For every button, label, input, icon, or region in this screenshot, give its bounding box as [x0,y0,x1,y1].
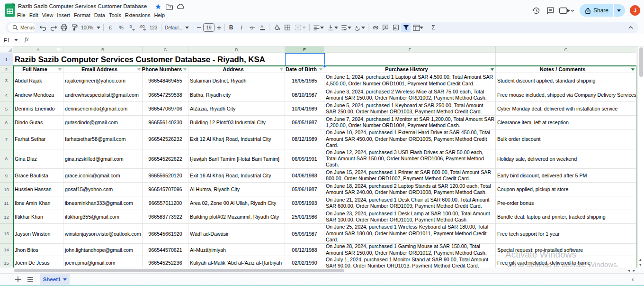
cell-B12[interactable]: iftikharg355@gmail.com [63,210,143,224]
row-header-5[interactable]: 5 [0,102,13,116]
row-header-10[interactable]: 10 [0,183,13,196]
title-cell-A1[interactable]: Razib Sazib Computer Services Customer D… [13,53,285,66]
cell-C14[interactable]: 966544570621 [143,244,188,256]
font-caret-icon[interactable] [182,22,192,33]
header-cell-date-of-birth[interactable]: Date of Birth [285,66,324,73]
cell-A12[interactable]: Iftikhar Khan [13,210,63,224]
cell-E4[interactable]: 08/10/1987 [285,88,324,102]
bold-icon[interactable]: B [227,22,235,33]
row-header-2[interactable]: 2 [0,66,13,73]
cell-G13[interactable]: Free tech support for 1 year [496,224,636,244]
cell-B13[interactable]: winstonjayson.visto@outlook.com [63,224,143,244]
cell-B11[interactable]: ibneaminkhan333@gmail.com [63,196,143,210]
cell-B5[interactable]: dennisenemido@gmail.com [63,102,143,116]
cell-C7[interactable]: 966542526232 [143,129,188,149]
menu-edit[interactable]: Edit [27,11,40,19]
insert-chart-icon[interactable] [391,22,401,33]
cell-E5[interactable]: 10/04/1989 [285,102,324,116]
cell-G8[interactable]: Holiday sale, delivered on weekend [496,149,636,169]
cell-D13[interactable]: Wādī ad-Dawāsir [188,224,285,244]
cell-G4[interactable]: Free mouse included, shipped via Company… [496,88,636,102]
add-sheet-icon[interactable] [13,274,23,285]
cell-F8[interactable]: On June 12, 2024, purchased 3 USB Flash … [324,149,496,169]
zoom-select[interactable]: 100% [79,22,95,33]
menu-insert[interactable]: Insert [55,11,72,19]
vertical-scrollbar[interactable]: ▴ ▾ [637,46,644,268]
video-call-icon[interactable] [558,3,576,18]
cell-E9[interactable]: 04/06/1988 [285,169,324,183]
header-cell-email-address[interactable]: Email Address [63,66,143,73]
all-sheets-icon[interactable] [26,274,35,285]
filter-button-icon[interactable] [137,67,141,72]
cell-B15[interactable]: joem.pma@gmail.com [63,256,143,268]
avatar[interactable]: J [630,5,640,16]
text-rotation-caret-icon[interactable] [358,22,368,33]
header-cell-purchase-history[interactable]: Purchase History [324,66,496,73]
cell-B9[interactable]: grace.iconic@gmail.com [63,169,143,183]
menu-data[interactable]: Data [92,11,107,19]
row-header-7[interactable]: 7 [0,129,13,149]
header-cell-notes-comments[interactable]: Notes / Comments [496,66,636,73]
horizontal-scrollbar[interactable]: ◂ ▸ [13,268,636,273]
sheet-tab[interactable]: Sheet1 [40,274,70,285]
cell-A5[interactable]: Dennnis Enemido [13,102,63,116]
filter-button-icon[interactable] [279,67,284,72]
cell-C5[interactable]: 966547069706 [143,102,188,116]
version-history-icon[interactable] [529,3,544,18]
filter-button-icon[interactable] [183,67,187,72]
cell-E15[interactable]: 02/02/1990 [285,256,324,268]
menus-pill[interactable]: Menus [8,23,36,32]
menu-format[interactable]: Format [72,11,92,19]
cell-G9[interactable]: Early bird discount, delivered after 5 P… [496,169,636,183]
cloud-status-icon[interactable] [177,4,185,9]
filter-button-icon[interactable] [490,67,494,72]
cell-D5[interactable]: AlZazia, Riyadh City [188,102,285,116]
cell-C10[interactable]: 966545707096 [143,183,188,196]
scroll-up-icon[interactable]: ▴ [639,257,642,262]
cell-B10[interactable]: gosaf15@yohoo.com [63,183,143,196]
cell-A9[interactable]: Grace Bautista [13,169,63,183]
cell-F3[interactable]: On June 1, 2024, purchased 1 Laptop at S… [324,73,496,88]
cell-F15[interactable]: On July 1, 2024, purchased 1 Monitor Sta… [324,256,496,268]
cell-D11[interactable]: Area 02, Zone 00 Al Ullah, Riyadh City [188,196,285,210]
row-header-4[interactable]: 4 [0,88,13,102]
cell-E14[interactable]: 06/12/1988 [285,244,324,256]
cell-D14[interactable]: Al-Muzāḥimiyah [188,244,285,256]
cell-C9[interactable]: 966556520120 [143,169,188,183]
cell-F12[interactable]: On June 23, 2024, purchased 1 Desk Lamp … [324,210,496,224]
menu-extensions[interactable]: Extensions [123,11,152,19]
cell-F1[interactable] [324,53,496,66]
horizontal-align-caret-icon[interactable] [317,22,327,33]
cell-A8[interactable]: Gina Diaz [13,149,63,169]
document-title[interactable]: Razib Sazib Computer Services Customer D… [18,3,147,9]
cell-G7[interactable]: Bulk order discount [496,129,636,149]
increase-font-size-icon[interactable] [214,22,224,33]
cell-G11[interactable]: Pre-order bonus [496,196,636,210]
comment-history-icon[interactable] [544,3,558,18]
cell-C15[interactable]: 966545252236 [143,256,188,268]
cell-A4[interactable]: Andrew Mendoza [13,88,63,102]
scroll-right-icon[interactable]: ▸ [633,268,635,273]
cell-A15[interactable]: Joem De Jesus [13,256,63,268]
row-header-8[interactable]: 8 [0,149,13,169]
cell-A3[interactable]: Abdul Rajak [13,73,63,88]
cell-F13[interactable]: On June 25, 2024, purchased 1 Wireless K… [324,224,496,244]
cell-A14[interactable]: Jhon Bitos [13,244,63,256]
cell-C12[interactable]: 966583773922 [143,210,188,224]
row-header-6[interactable]: 6 [0,116,13,129]
vertical-scrollbar-thumb[interactable] [639,47,643,77]
cell-E3[interactable]: 16/05/1985 [285,73,324,88]
header-cell-full-name[interactable]: Full Name [13,66,63,73]
menu-view[interactable]: View [40,11,55,19]
decrease-decimals-icon[interactable]: .0 [127,22,136,33]
cell-A11[interactable]: Ibne Amin Khan [13,196,63,210]
cell-A10[interactable]: Hussien Hassan [13,183,63,196]
column-header-A[interactable]: A [13,46,63,53]
cell-F14[interactable]: On June 28, 2024, purchased 1 Gaming Mou… [324,244,496,256]
column-header-F[interactable]: F [324,46,496,53]
sheets-logo-icon[interactable] [5,3,15,17]
column-header-E[interactable]: E [285,46,324,53]
increase-decimals-icon[interactable]: .00 [138,22,148,33]
cell-F4[interactable]: On June 3, 2024, purchased 2 Wireless Mi… [324,88,496,102]
header-cell-phone-numbers[interactable]: Phone Numbers [143,66,188,73]
